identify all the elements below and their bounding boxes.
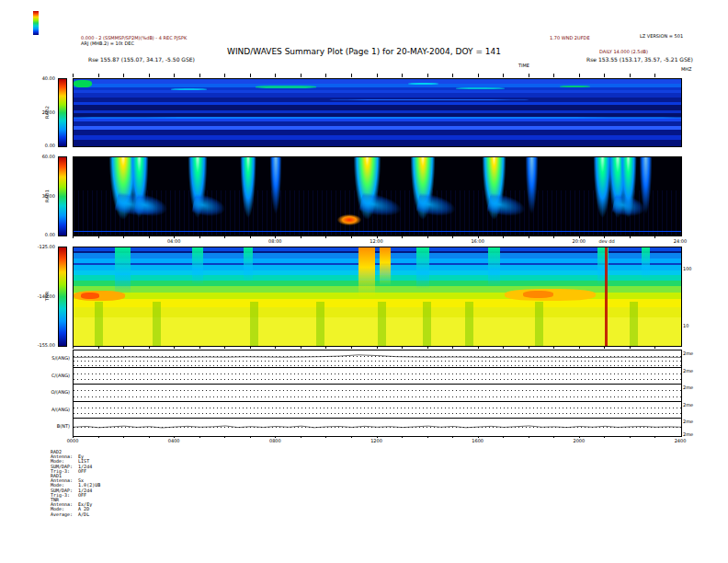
rad1-axis-title: RAD1 bbox=[44, 188, 50, 204]
green-column bbox=[153, 302, 161, 346]
tnr-axis-title: TNR bbox=[44, 288, 50, 304]
line-panel-left-label: A/(ANG) bbox=[28, 407, 70, 412]
vertical-line bbox=[605, 247, 608, 346]
rad2-axis-title: RAD2 bbox=[44, 104, 50, 121]
tnr-burst-streak bbox=[380, 247, 391, 291]
streak bbox=[560, 86, 590, 87]
time-tick-label: 20:00 bbox=[568, 238, 590, 244]
rad2-spectrogram bbox=[73, 78, 682, 147]
radio-burst bbox=[239, 156, 257, 234]
line-panel-left-label: S/(ANG) bbox=[28, 355, 70, 361]
config-line: Average: A/DL bbox=[51, 512, 100, 517]
right-axis-tick: 100 bbox=[683, 266, 701, 271]
colorbar-tick-label: 60.00 bbox=[15, 154, 55, 159]
dotted-gridline bbox=[74, 396, 681, 397]
plot-area: 40.0020.000.00RAD260.0030.000.00RAD1-125… bbox=[0, 0, 728, 563]
colorbar-tick-label: 40.00 bbox=[15, 75, 55, 81]
waves-summary-page: 0.000 - 2 (SSMMSP/SP2M)(%dB) - 4 REC PJS… bbox=[0, 0, 728, 563]
line-panel-right-label: 2me bbox=[683, 419, 703, 424]
line-panel-right-label: 2me bbox=[683, 431, 703, 437]
green-column bbox=[378, 302, 386, 346]
line-panel-left-label: C/(ANG) bbox=[28, 373, 70, 378]
bottom-time-tick-label: 2400 bbox=[671, 438, 689, 443]
tnr-colorbar bbox=[58, 247, 67, 347]
streak bbox=[456, 87, 505, 89]
band bbox=[74, 140, 681, 146]
line-panel-right-label: 2me bbox=[683, 385, 703, 390]
streak bbox=[81, 293, 99, 298]
tnr-burst-streak bbox=[642, 247, 651, 285]
line-panel-5 bbox=[73, 418, 682, 437]
dotted-gridline bbox=[74, 390, 681, 391]
line-panel-left-label: B(NT) bbox=[28, 423, 70, 429]
tnr-spectrogram bbox=[73, 247, 682, 347]
time-tick-label: 24:00 bbox=[669, 238, 691, 244]
bottom-time-tick-label: 0400 bbox=[165, 438, 183, 443]
line-panel-3 bbox=[73, 384, 682, 403]
bottom-time-tick-label: 1200 bbox=[368, 438, 386, 443]
radio-burst bbox=[619, 156, 638, 234]
green-column bbox=[95, 302, 103, 346]
dotted-gridline bbox=[74, 413, 681, 414]
tnr-burst-streak bbox=[192, 247, 203, 291]
green-column bbox=[423, 302, 431, 346]
colorbar-tick-label: 0.00 bbox=[15, 232, 55, 237]
streak bbox=[408, 83, 438, 86]
trace-line bbox=[74, 350, 681, 368]
line-panel-right-label: 2me bbox=[683, 350, 703, 356]
dotted-gridline bbox=[74, 408, 681, 408]
time-axis-annotation: dev dd bbox=[595, 238, 619, 244]
colorbar-tick-label: 0.00 bbox=[15, 143, 55, 148]
line-panel-right-label: 2me bbox=[683, 368, 703, 373]
radio-burst bbox=[638, 156, 654, 234]
dotted-gridline bbox=[74, 373, 681, 374]
tnr-burst-streak bbox=[488, 247, 500, 293]
time-tick-label: 04:00 bbox=[163, 238, 185, 244]
tnr-burst-streak bbox=[358, 247, 375, 304]
streak bbox=[523, 291, 553, 297]
green-column bbox=[250, 302, 258, 346]
bottom-time-tick-label: 1600 bbox=[469, 438, 487, 443]
tnr-burst-streak bbox=[416, 247, 429, 296]
intense-blob bbox=[337, 214, 361, 225]
dotted-gridline bbox=[74, 379, 681, 380]
tnr-burst-streak bbox=[244, 247, 254, 288]
line-panel-right-label: 2me bbox=[683, 402, 703, 408]
instrument-config-block: RAD2Antenna: EyMode: LISTSUM/DAP: 1/2d4T… bbox=[51, 450, 100, 517]
rad1-colorbar bbox=[58, 156, 67, 236]
trace-line bbox=[74, 419, 681, 436]
colorbar-tick-label: -155.00 bbox=[15, 342, 55, 348]
streak bbox=[256, 86, 316, 88]
green-column bbox=[465, 302, 473, 346]
time-tick-label: 12:00 bbox=[366, 238, 388, 244]
colorbar-tick-label: -125.00 bbox=[15, 244, 55, 249]
line-panel-2 bbox=[73, 367, 682, 386]
right-axis-tick: 10 bbox=[683, 323, 701, 328]
top-axis-ticks bbox=[73, 74, 680, 77]
line-panel-4 bbox=[73, 401, 682, 420]
tnr-burst-streak bbox=[115, 247, 131, 302]
radio-burst bbox=[524, 156, 540, 234]
green-column bbox=[630, 302, 638, 346]
streak bbox=[74, 80, 92, 86]
rad1-spectrogram bbox=[73, 156, 682, 236]
emission-line bbox=[74, 231, 681, 233]
rad2-colorbar bbox=[58, 78, 67, 147]
line-panel-left-label: O/(ANG) bbox=[28, 389, 70, 395]
bottom-time-tick-label: 0000 bbox=[63, 438, 82, 443]
radio-burst bbox=[268, 156, 283, 234]
bottom-time-tick-label: 2000 bbox=[570, 438, 588, 443]
time-tick-label: 16:00 bbox=[467, 238, 489, 244]
time-tick-label: 08:00 bbox=[264, 238, 286, 244]
green-column bbox=[535, 302, 543, 346]
line-panel-1 bbox=[73, 350, 682, 369]
green-column bbox=[316, 302, 324, 346]
bottom-time-tick-label: 0800 bbox=[266, 438, 284, 443]
